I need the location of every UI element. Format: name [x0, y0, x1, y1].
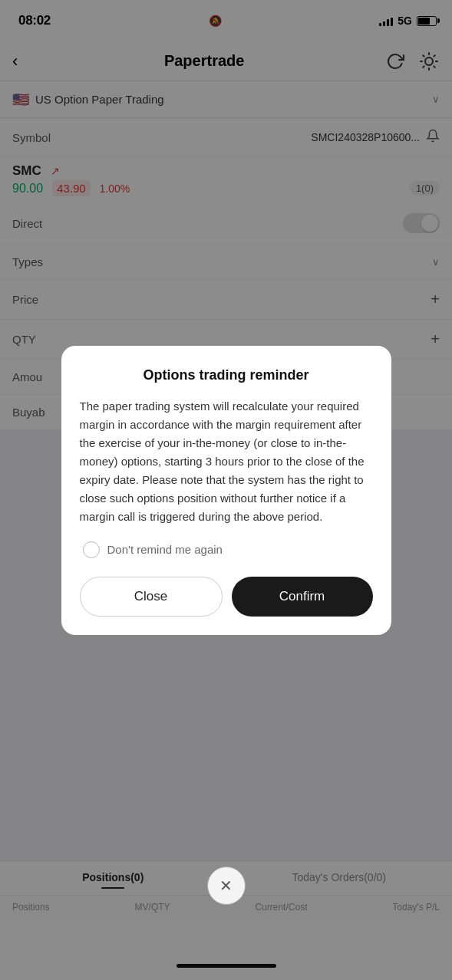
close-button[interactable]: Close — [80, 577, 223, 617]
dont-remind-checkbox[interactable] — [83, 541, 100, 558]
modal-title: Options trading reminder — [80, 367, 373, 383]
close-circle-x-icon: ✕ — [219, 876, 233, 895]
confirm-button[interactable]: Confirm — [232, 577, 373, 617]
dont-remind-label: Don't remind me again — [107, 543, 223, 556]
modal-body: The paper trading system will recalculat… — [80, 397, 373, 526]
modal-dialog: Options trading reminder The paper tradi… — [61, 346, 391, 635]
modal-overlay: ✕ Options trading reminder The paper tra… — [0, 0, 452, 980]
modal-checkbox-row: Don't remind me again — [80, 541, 373, 558]
close-circle-button[interactable]: ✕ — [207, 867, 246, 905]
modal-buttons: Close Confirm — [80, 577, 373, 617]
